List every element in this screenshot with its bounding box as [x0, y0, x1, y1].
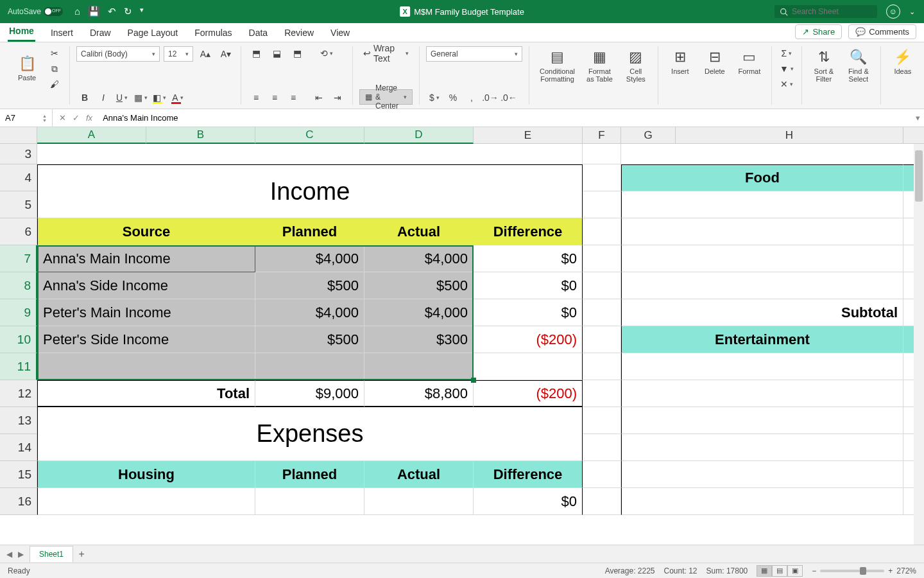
column-header-H[interactable]: H	[676, 127, 903, 144]
comma-button[interactable]: ,	[463, 91, 480, 105]
underline-button[interactable]: U▾	[114, 91, 130, 105]
sort-filter-button[interactable]: ⇅Sort & Filter	[809, 46, 839, 85]
cell-F6[interactable]	[583, 218, 621, 245]
cell-E16[interactable]: $0	[474, 488, 583, 515]
cell-G14[interactable]	[621, 434, 903, 461]
zoom-out-button[interactable]: −	[812, 566, 816, 575]
format-as-table-button[interactable]: ▦Format as Table	[583, 46, 617, 85]
cell-E6[interactable]: Difference	[474, 218, 583, 245]
cell-C11[interactable]	[255, 353, 364, 380]
sheet-nav-prev-icon[interactable]: ◀	[4, 549, 14, 559]
align-bottom-button[interactable]: ⬒	[289, 46, 305, 60]
column-header-C[interactable]: C	[255, 127, 364, 144]
redo-icon[interactable]: ↻	[124, 6, 132, 17]
cut-button[interactable]: ✂	[46, 46, 63, 60]
select-all-corner[interactable]	[0, 127, 37, 144]
tab-formulas[interactable]: Formulas	[193, 24, 233, 42]
tab-page-layout[interactable]: Page Layout	[126, 24, 180, 42]
cell-G16[interactable]	[621, 488, 903, 515]
cell-C12[interactable]: $9,000	[255, 380, 364, 407]
search-input[interactable]	[792, 7, 869, 16]
cell-C15[interactable]: Planned	[255, 461, 364, 488]
cell-F5[interactable]	[583, 191, 621, 218]
comments-button[interactable]: 💬Comments	[848, 24, 916, 39]
clear-button[interactable]: ✕▾	[778, 77, 795, 91]
row-header-6[interactable]: 6	[0, 218, 37, 245]
insert-cells-button[interactable]: ⊞Insert	[665, 46, 696, 78]
cell-F16[interactable]	[583, 488, 621, 515]
cell-D16[interactable]	[364, 488, 474, 515]
align-right-button[interactable]: ≡	[285, 91, 302, 105]
cell-A13[interactable]: Expenses	[37, 407, 583, 461]
format-painter-button[interactable]: 🖌	[46, 77, 63, 91]
row-header-9[interactable]: 9	[0, 299, 37, 326]
cancel-formula-icon[interactable]: ✕	[59, 113, 66, 123]
cell-G9[interactable]: Subtotal	[621, 299, 903, 326]
decrease-indent-button[interactable]: ⇤	[311, 91, 327, 105]
row-header-10[interactable]: 10	[0, 326, 37, 353]
find-select-button[interactable]: 🔍Find & Select	[843, 46, 874, 85]
cell-G15[interactable]	[621, 461, 903, 488]
cell-F12[interactable]	[583, 380, 621, 407]
column-header-F[interactable]: F	[583, 127, 621, 144]
paste-button[interactable]: 📋 Paste	[12, 53, 42, 84]
cell-A11[interactable]	[37, 353, 255, 380]
share-button[interactable]: ↗Share	[795, 24, 842, 39]
increase-font-button[interactable]: A▴	[197, 47, 214, 61]
cell-F8[interactable]	[583, 272, 621, 299]
copy-button[interactable]: ⧉	[46, 62, 63, 76]
ribbon-toggle-icon[interactable]: ⌄	[909, 8, 915, 16]
fx-icon[interactable]: fx	[86, 113, 92, 123]
cell-A6[interactable]: Source	[37, 218, 255, 245]
cell-G13[interactable]	[621, 407, 903, 434]
column-header-G[interactable]: G	[621, 127, 676, 144]
tab-home[interactable]: Home	[8, 22, 35, 42]
row-header-12[interactable]: 12	[0, 380, 37, 407]
row-header-13[interactable]: 13	[0, 407, 37, 434]
expand-formula-bar-icon[interactable]: ▾	[911, 113, 924, 123]
tab-view[interactable]: View	[329, 24, 351, 42]
cell-A4[interactable]: Income	[37, 164, 583, 218]
formula-input[interactable]: Anna's Main Income	[99, 113, 911, 123]
undo-icon[interactable]: ↶	[108, 6, 116, 17]
add-sheet-button[interactable]: +	[73, 547, 90, 561]
zoom-in-button[interactable]: +	[888, 566, 893, 575]
ideas-button[interactable]: ⚡Ideas	[887, 46, 918, 78]
cell-F3[interactable]	[583, 144, 621, 164]
cell-A12[interactable]: Total	[37, 380, 255, 407]
cell-G7[interactable]	[621, 245, 903, 272]
cell-C7[interactable]: $4,000	[255, 245, 364, 272]
cell-D8[interactable]: $500	[364, 272, 474, 299]
cell-G8[interactable]	[621, 272, 903, 299]
row-header-8[interactable]: 8	[0, 272, 37, 299]
autosum-button[interactable]: Σ▾	[778, 46, 795, 60]
cell-E11[interactable]	[474, 353, 583, 380]
cell-C16[interactable]	[255, 488, 364, 515]
cell-E7[interactable]: $0	[474, 245, 583, 272]
cell-F10[interactable]	[583, 326, 621, 353]
cell-C8[interactable]: $500	[255, 272, 364, 299]
cell-D10[interactable]: $300	[364, 326, 474, 353]
increase-decimal-button[interactable]: .0→	[482, 91, 499, 105]
row-header-4[interactable]: 4	[0, 164, 37, 191]
column-header-E[interactable]: E	[474, 127, 583, 144]
align-center-button[interactable]: ≡	[266, 91, 283, 105]
row-header-5[interactable]: 5	[0, 191, 37, 218]
cell-F7[interactable]	[583, 245, 621, 272]
cell-F13[interactable]	[583, 407, 621, 434]
cell-D11[interactable]	[364, 353, 474, 380]
align-middle-button[interactable]: ⬓	[268, 46, 285, 60]
column-header-D[interactable]: D	[364, 127, 474, 144]
cell-A15[interactable]: Housing	[37, 461, 255, 488]
orientation-button[interactable]: ⟲▾	[318, 46, 335, 60]
sheet-tab-sheet1[interactable]: Sheet1	[30, 546, 73, 562]
tab-insert[interactable]: Insert	[49, 24, 74, 42]
cell-E10[interactable]: ($200)	[474, 326, 583, 353]
cell-G12[interactable]	[621, 380, 903, 407]
currency-button[interactable]: $▾	[426, 91, 443, 105]
decrease-decimal-button[interactable]: .0←	[501, 91, 517, 105]
cell-styles-button[interactable]: ▨Cell Styles	[620, 46, 651, 85]
row-header-11[interactable]: 11	[0, 353, 37, 380]
border-button[interactable]: ▦▾	[132, 91, 149, 105]
cell-D15[interactable]: Actual	[364, 461, 474, 488]
